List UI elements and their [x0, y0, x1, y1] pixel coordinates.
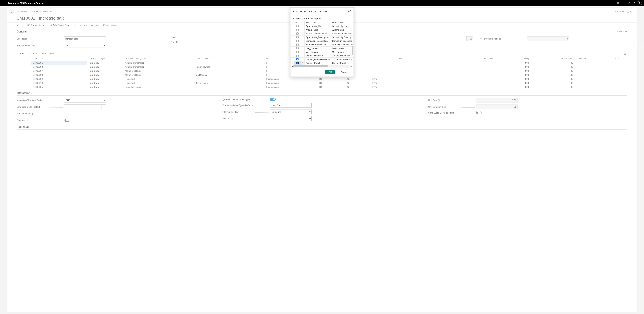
- svg-point-4: [634, 4, 634, 4]
- app-header: Dynamics 365 Business Central F: [0, 0, 644, 6]
- help-icon[interactable]: [632, 0, 637, 6]
- svg-point-3: [628, 3, 629, 3]
- settings-icon[interactable]: [626, 0, 632, 6]
- app-launcher-icon[interactable]: [2, 2, 5, 5]
- user-avatar[interactable]: F: [638, 1, 642, 5]
- search-icon[interactable]: [616, 0, 621, 6]
- app-name: Dynamics 365 Business Central: [8, 2, 44, 4]
- notification-icon[interactable]: [621, 0, 626, 6]
- svg-line-1: [619, 4, 619, 4]
- svg-point-0: [617, 2, 619, 4]
